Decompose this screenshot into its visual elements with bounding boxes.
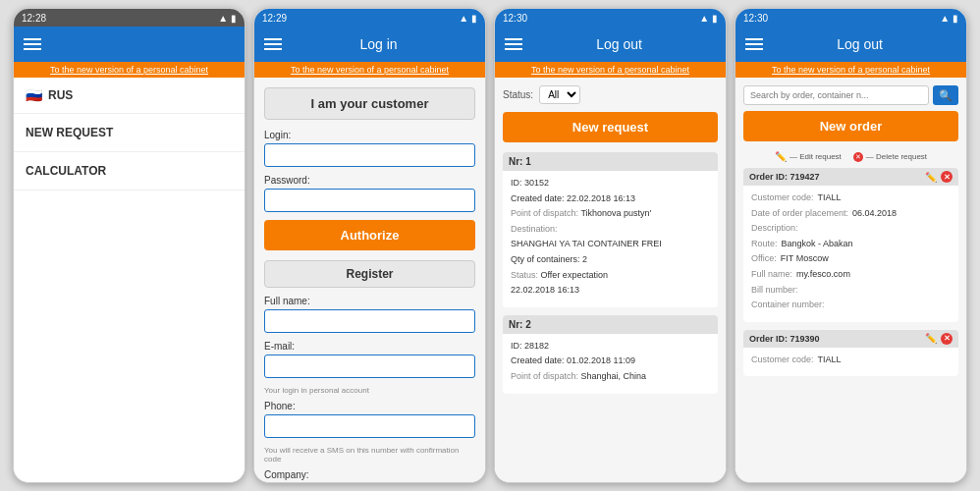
status-filter-row: Status: All [503, 85, 718, 104]
card-status-label-1: Status: Offer expectation [511, 269, 710, 282]
authorize-button[interactable]: Authorize [264, 220, 475, 250]
time-1: 12:28 [22, 13, 46, 24]
order-route-1: Route: Bangkok - Abakan [751, 238, 951, 250]
menu-item-calculator[interactable]: CALCULATOR [14, 152, 245, 191]
order-actions-2: ✏️ ✕ [925, 333, 953, 345]
order-container-1: Container number: [751, 299, 951, 311]
search-button[interactable]: 🔍 [933, 85, 958, 105]
edit-icon-1[interactable]: ✏️ [925, 172, 937, 183]
company-label: Company: [264, 469, 475, 480]
requests-screen: Status: All New request Nr: 1 ID: 30152 … [495, 78, 726, 482]
edit-hint: ✏️ — Edit request [775, 151, 842, 162]
top-bar-title-3: Log out [596, 36, 642, 52]
card-header-1: Nr: 1 [503, 152, 718, 171]
card-created-1: Created date: 22.02.2018 16:13 [511, 192, 710, 205]
order-customer-2: Customer code: TIALL [751, 354, 951, 366]
status-bar-2: 12:29 ▲ ▮ [254, 9, 485, 27]
card-dispatch-label-2: Point of dispatch: Shanghai, China [511, 370, 710, 383]
email-hint: Your login in personal account [264, 386, 475, 395]
card-status-date-1: 22.02.2018 16:13 [511, 284, 710, 297]
delete-icon-1[interactable]: ✕ [941, 171, 953, 183]
icons-1: ▲ ▮ [218, 13, 237, 24]
top-bar-3: Log out [495, 27, 726, 62]
order-bill-1: Bill number: [751, 284, 951, 297]
sidebar: 🇷🇺 RUS NEW REQUEST CALCULATOR [14, 78, 245, 482]
email-input[interactable] [264, 355, 475, 378]
card-dest-label-1: Destination: [511, 223, 710, 236]
top-bar-title-4: Log out [837, 36, 883, 52]
phone-screen-2: 12:29 ▲ ▮ Log in To the new version of a… [253, 8, 486, 483]
login-header: I am your customer [264, 87, 475, 120]
register-header: Register [264, 260, 475, 288]
icons-3: ▲ ▮ [699, 13, 718, 24]
orders-screen: 🔍 New order ✏️ — Edit request ✕ — Delete… [735, 78, 966, 482]
icons-4: ▲ ▮ [940, 13, 958, 24]
request-card-2: Nr: 2 ID: 28182 Created date: 01.02.2018… [503, 315, 718, 394]
flag-icon: 🇷🇺 [26, 87, 42, 103]
order-id-2: Order ID: 719390 [749, 334, 820, 344]
phone-screen-4: 12:30 ▲ ▮ Log out To the new version of … [735, 8, 967, 483]
hamburger-icon-1[interactable] [24, 38, 41, 50]
phone-hint: You will receive a SMS on this number wi… [264, 446, 475, 464]
phone-input[interactable] [264, 414, 475, 438]
order-id-1: Order ID: 719427 [749, 172, 820, 182]
banner-1[interactable]: To the new version of a personal cabinet [14, 62, 245, 78]
order-fullname-1: Full name: my.fesco.com [751, 268, 951, 281]
delete-icon-2[interactable]: ✕ [941, 333, 953, 345]
icons-2: ▲ ▮ [459, 13, 477, 24]
request-card-1: Nr: 1 ID: 30152 Created date: 22.02.2018… [503, 152, 718, 307]
hamburger-icon-4[interactable] [745, 38, 763, 50]
time-3: 12:30 [503, 13, 527, 24]
order-desc-1: Description: [751, 222, 951, 235]
card-id-2: ID: 28182 [511, 340, 710, 353]
edit-hint-label: — Edit request [789, 152, 842, 161]
edit-icon-2[interactable]: ✏️ [925, 333, 937, 344]
lang-label: RUS [48, 88, 73, 102]
banner-2[interactable]: To the new version of a personal cabinet [254, 62, 485, 78]
lang-bar[interactable]: 🇷🇺 RUS [14, 78, 245, 114]
top-bar-4: Log out [735, 27, 966, 62]
menu-item-new-request[interactable]: NEW REQUEST [14, 114, 245, 152]
card-id-1: ID: 30152 [511, 177, 710, 190]
phone-screen-1: 12:28 ▲ ▮ To the new version of a person… [13, 8, 245, 483]
order-date-1: Date of order placement: 06.04.2018 [751, 207, 951, 220]
login-input[interactable] [264, 143, 475, 167]
time-4: 12:30 [743, 13, 768, 24]
edit-hint-row: ✏️ — Edit request ✕ — Delete request [743, 151, 958, 162]
status-filter-label: Status: [503, 89, 533, 100]
login-form: I am your customer Login: Password: Auth… [254, 78, 485, 482]
delete-hint-icon: ✕ [853, 152, 863, 162]
order-office-1: Office: FIT Moscow [751, 252, 951, 265]
new-request-button[interactable]: New request [503, 112, 718, 142]
search-row: 🔍 [743, 85, 958, 105]
phone-label: Phone: [264, 401, 475, 411]
phone-screen-3: 12:30 ▲ ▮ Log out To the new version of … [494, 8, 727, 483]
fullname-label: Full name: [264, 296, 475, 306]
card-created-2: Created date: 01.02.2018 11:09 [511, 355, 710, 367]
order-card-1: Order ID: 719427 ✏️ ✕ Customer code: TIA… [743, 168, 958, 322]
order-card-header-2: Order ID: 719390 ✏️ ✕ [743, 330, 958, 348]
card-header-2: Nr: 2 [503, 315, 718, 334]
status-select[interactable]: All [539, 85, 580, 104]
delete-hint: ✕ — Delete request [853, 152, 927, 162]
card-dest-1: SHANGHAI YA TAI CONTAINER FREI [511, 238, 710, 250]
email-label: E-mail: [264, 341, 475, 352]
password-input[interactable] [264, 189, 475, 212]
login-label: Login: [264, 130, 475, 140]
new-order-button[interactable]: New order [743, 111, 958, 141]
fullname-input[interactable] [264, 309, 475, 333]
card-dispatch-label-1: Point of dispatch: Tikhonova pustyn' [511, 207, 710, 220]
search-input[interactable] [743, 85, 929, 105]
hamburger-icon-3[interactable] [505, 38, 522, 50]
banner-3[interactable]: To the new version of a personal cabinet [495, 62, 726, 78]
password-label: Password: [264, 175, 475, 186]
banner-4[interactable]: To the new version of a personal cabinet [735, 62, 966, 78]
status-bar-4: 12:30 ▲ ▮ [735, 9, 966, 27]
top-bar-2: Log in [254, 27, 485, 62]
time-2: 12:29 [262, 13, 287, 24]
hamburger-icon-2[interactable] [264, 38, 282, 50]
status-bar-1: 12:28 ▲ ▮ [14, 9, 245, 27]
order-card-header-1: Order ID: 719427 ✏️ ✕ [743, 168, 958, 186]
orders-screen-content: 🔍 New order ✏️ — Edit request ✕ — Delete… [735, 78, 966, 482]
sidebar-screen: 🇷🇺 RUS NEW REQUEST CALCULATOR [14, 78, 245, 482]
